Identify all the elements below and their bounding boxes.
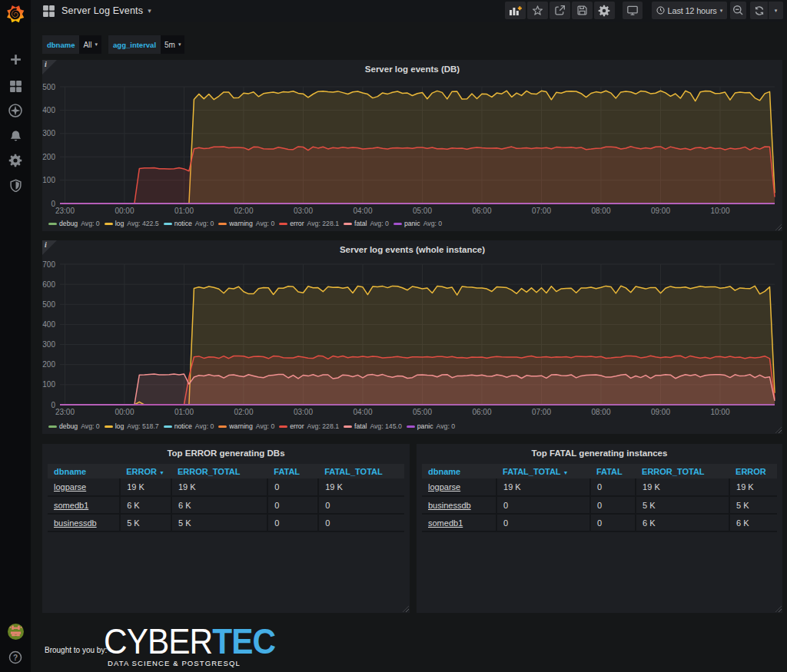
column-header-error[interactable]: ERROR — [729, 464, 777, 478]
legend-series-avg: Avg: 0 — [256, 220, 274, 227]
panel-info-icon[interactable]: i — [42, 60, 57, 74]
dbname-link[interactable]: businessdb — [54, 518, 97, 528]
time-range-picker[interactable]: Last 12 hours ▾ — [652, 2, 727, 19]
column-header-dbname[interactable]: dbname — [422, 464, 496, 478]
legend-series-avg: Avg: 422.5 — [127, 220, 158, 227]
legend-item-fatal[interactable]: fatalAvg: 0 — [344, 220, 389, 227]
chevron-down-icon: ▾ — [178, 41, 181, 48]
panel-resize-handle[interactable] — [775, 427, 782, 433]
table-cell: 19 K — [318, 478, 404, 496]
legend-item-log[interactable]: logAvg: 518.7 — [105, 422, 159, 430]
legend-series-avg: Avg: 0 — [256, 422, 274, 430]
share-button[interactable] — [550, 2, 570, 19]
time-range-label: Last 12 hours — [668, 6, 717, 15]
svg-text:400: 400 — [42, 320, 55, 329]
column-header-fatal[interactable]: FATAL — [590, 464, 636, 478]
panel-title[interactable]: Top FATAL generating instances — [417, 444, 782, 462]
column-header-error_total[interactable]: ERROR_TOTAL — [636, 464, 729, 478]
table-row: somedb16 K6 K00 — [48, 496, 404, 514]
panel-info-icon[interactable]: i — [42, 240, 57, 255]
column-header-fatal_total[interactable]: FATAL_TOTAL — [318, 464, 404, 478]
legend-item-panic[interactable]: panicAvg: 0 — [394, 220, 442, 227]
legend-item-error[interactable]: errorAvg: 228.1 — [279, 220, 339, 227]
table-cell: 5 K — [729, 496, 777, 514]
table-cell: 0 — [267, 496, 318, 514]
table-cell[interactable]: somedb1 — [48, 496, 120, 514]
star-icon — [532, 5, 543, 16]
sidebar-item-configuration[interactable] — [0, 148, 31, 173]
refresh-button[interactable] — [750, 2, 769, 19]
panel-title[interactable]: Top ERROR generating DBs — [42, 444, 410, 462]
time-series-plot[interactable]: 010020030040050060070023:0000:0001:0002:… — [42, 240, 782, 417]
table-cell[interactable]: logparse — [48, 478, 120, 496]
legend-item-notice[interactable]: noticeAvg: 0 — [164, 220, 214, 227]
time-series-plot[interactable]: 010020030040050023:0000:0001:0002:0003:0… — [42, 60, 782, 214]
zoom-out-button[interactable] — [730, 2, 746, 19]
legend-item-notice[interactable]: noticeAvg: 0 — [164, 422, 214, 430]
column-header-error[interactable]: ERROR▼ — [120, 464, 171, 478]
table-cell[interactable]: somedb1 — [422, 514, 496, 531]
clock-icon — [656, 6, 665, 15]
panel-resize-handle[interactable] — [775, 224, 782, 230]
svg-text:00:00: 00:00 — [115, 408, 134, 416]
sidebar-item-help[interactable]: ? — [0, 645, 31, 670]
dashboard-title-caret[interactable]: ▾ — [148, 7, 151, 15]
sidebar-item-server-admin[interactable] — [0, 173, 31, 197]
legend-item-error[interactable]: errorAvg: 228.1 — [279, 422, 339, 430]
add-panel-button[interactable] — [505, 2, 526, 19]
svg-text:100: 100 — [42, 176, 55, 184]
panel-resize-handle[interactable] — [403, 606, 409, 612]
dashboard-title[interactable]: Server Log Events — [61, 5, 143, 16]
cybertec-wordmark: CYBERTEC — [104, 624, 275, 659]
sidebar-item-explore[interactable] — [0, 98, 31, 123]
table-cell[interactable]: businessdb — [422, 496, 496, 514]
dbname-link[interactable]: logparse — [428, 482, 460, 492]
favorite-button[interactable] — [527, 2, 548, 19]
column-header-dbname[interactable]: dbname — [48, 464, 120, 478]
svg-text:400: 400 — [42, 106, 55, 114]
save-button[interactable] — [572, 2, 593, 19]
legend-swatch — [279, 223, 287, 225]
tv-icon — [626, 5, 639, 16]
legend-series-name: log — [115, 422, 125, 430]
plus-icon — [10, 54, 22, 65]
variable-agg-interval-select[interactable]: 5m ▾ — [161, 35, 184, 54]
sidebar-item-user-profile[interactable] — [0, 619, 31, 644]
dbname-link[interactable]: somedb1 — [54, 501, 88, 510]
add-panel-icon — [509, 5, 522, 16]
svg-text:09:00: 09:00 — [651, 207, 670, 214]
column-header-fatal_total[interactable]: FATAL_TOTAL▼ — [496, 464, 590, 478]
legend-item-fatal[interactable]: fatalAvg: 145.0 — [344, 422, 402, 430]
panel-resize-handle[interactable] — [775, 606, 782, 612]
legend-item-log[interactable]: logAvg: 422.5 — [105, 220, 159, 227]
svg-text:500: 500 — [42, 300, 55, 309]
legend-item-debug[interactable]: debugAvg: 0 — [48, 220, 100, 227]
dbname-link[interactable]: businessdb — [428, 501, 471, 510]
refresh-interval-dropdown[interactable]: ▾ — [769, 2, 783, 19]
legend-item-panic[interactable]: panicAvg: 0 — [407, 422, 455, 430]
sidebar-item-alerting[interactable] — [0, 124, 31, 148]
table-cell[interactable]: logparse — [422, 478, 496, 496]
legend-swatch — [344, 425, 352, 428]
cycle-view-button[interactable] — [623, 2, 643, 19]
legend-item-warning[interactable]: warningAvg: 0 — [218, 220, 274, 227]
table-cell[interactable]: businessdb — [48, 514, 120, 531]
legend-series-name: warning — [229, 422, 252, 430]
legend-item-warning[interactable]: warningAvg: 0 — [218, 422, 274, 430]
grafana-logo-icon[interactable] — [5, 3, 25, 23]
dbname-link[interactable]: somedb1 — [428, 518, 463, 528]
dbname-link[interactable]: logparse — [54, 482, 86, 492]
sidebar-item-create[interactable] — [0, 47, 31, 71]
legend-item-debug[interactable]: debugAvg: 0 — [48, 422, 100, 430]
svg-text:600: 600 — [42, 280, 55, 289]
shield-icon — [9, 179, 22, 192]
apps-grid-icon[interactable] — [42, 5, 55, 18]
dashboard-settings-button[interactable] — [594, 2, 615, 19]
legend-series-name: fatal — [354, 422, 367, 430]
column-header-fatal[interactable]: FATAL — [267, 464, 318, 478]
column-header-error_total[interactable]: ERROR_TOTAL — [171, 464, 267, 478]
sidebar-item-dashboards[interactable] — [0, 74, 31, 98]
panel-top-fatal-instances: Top FATAL generating instances dbnameFAT… — [417, 444, 782, 613]
variable-dbname-select[interactable]: All ▾ — [79, 35, 101, 54]
table-cell: 5 K — [171, 514, 267, 531]
